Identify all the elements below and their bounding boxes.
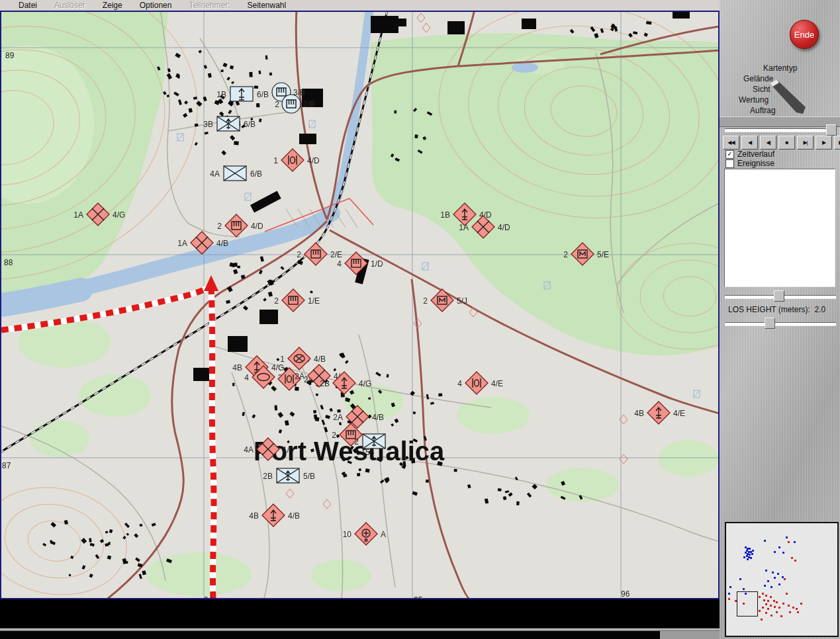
menu-zeige[interactable]: Zeige [103,1,122,10]
svg-text:6/B: 6/B [244,120,256,129]
checkbox-zeitverlauf[interactable]: ✓ Zeitverlauf [725,149,774,159]
svg-text:94: 94 [204,595,213,598]
option-kartentyp[interactable]: Kartentyp [763,64,797,73]
minimap-red-dot [761,618,763,620]
minimap-red-dot [762,593,764,595]
option-wertung[interactable]: Wertung [739,95,769,105]
svg-text:5/E: 5/E [597,250,609,259]
minimap-blue-dot [750,557,752,559]
checkbox-box-ereignisse[interactable] [725,159,734,168]
minimap-viewport-rect[interactable] [737,591,758,617]
bottom-bar-black [0,631,660,639]
svg-text:4/B: 4/B [372,413,384,422]
status-bar-black [0,599,720,628]
svg-text:5/J: 5/J [457,296,467,306]
checkbox-label: Ereignisse [737,159,774,168]
svg-text:4B: 4B [249,511,259,521]
svg-text:2A: 2A [333,413,343,422]
minimap-red-dot [762,607,764,609]
minimap-blue-dot [743,588,745,590]
minimap-red-dot [770,605,772,607]
vcr-button-4[interactable]: ▶| [797,136,814,149]
message-panel [724,169,835,287]
los-height-label: LOS HEIGHT (meters): 2.0 [728,305,825,314]
svg-text:4/E: 4/E [673,409,685,418]
minimap-red-dot [796,608,798,610]
time-slider-track[interactable] [725,128,836,132]
minimap-blue-dot [749,548,751,550]
svg-text:1B: 1B [216,90,226,99]
svg-text:2: 2 [274,296,279,306]
svg-text:87: 87 [2,461,11,470]
svg-text:4/G: 4/G [359,379,371,388]
minimap-red-dot [786,593,788,595]
minimap-blue-dot [794,541,796,543]
minimap-blue-dot [778,546,780,548]
vcr-button-6[interactable]: ▶▶ [834,136,840,149]
svg-text:2B: 2B [320,379,330,388]
svg-text:4/G: 4/G [271,363,284,372]
svg-text:1/E: 1/E [308,296,320,306]
svg-text:4/G: 4/G [113,210,125,220]
minimap-red-dot [765,595,767,597]
minimap[interactable] [725,522,839,637]
minimap-blue-dot [765,570,767,572]
checkbox-box-zeitverlauf[interactable]: ✓ [725,150,734,159]
los-slider-handle[interactable] [765,318,775,329]
svg-text:4/D: 4/D [307,156,320,165]
svg-text:15: 15 [361,448,371,457]
menu-optionen[interactable]: Optionen [140,1,172,10]
checkbox-ereignisse[interactable]: Ereignisse [725,159,774,168]
minimap-blue-dot [770,586,772,588]
minimap-red-dot [763,599,765,601]
pen-pointer-icon [767,78,808,115]
menu-bar: Datei Auslöser Zeige Optionen Teilnehmer… [0,0,737,11]
minimap-red-dot [776,611,778,613]
minimap-blue-dot [751,553,753,555]
menu-seitenwahl[interactable]: Seitenwahl [247,1,286,10]
svg-text:6/B: 6/B [257,90,269,99]
time-slider-handle[interactable] [826,124,837,136]
vcr-button-0[interactable]: ◀◀ [723,136,739,149]
menu-teilnehmer[interactable]: Teilnehmer: [189,1,230,10]
svg-text:89: 89 [5,51,15,60]
minimap-blue-dot [767,580,769,582]
svg-text:4: 4 [244,373,249,382]
svg-text:95: 95 [414,595,423,598]
vcr-button-2[interactable]: ◀| [760,136,776,149]
menu-datei[interactable]: Datei [19,1,37,10]
svg-text:1/: 1/ [283,445,290,454]
svg-text:2/B: 2/B [303,100,315,109]
application-window: Datei Auslöser Zeige Optionen Teilnehmer… [0,0,840,639]
svg-text:4A: 4A [244,445,254,454]
minimap-red-dot [792,607,794,609]
minimap-blue-dot [786,536,788,538]
tactical-map[interactable]: 898887949596Port Westfalica1A4/G1A4/B24/… [1,12,718,598]
svg-text:3B: 3B [203,120,213,129]
svg-text:2: 2 [354,437,359,447]
minimap-red-dot [794,560,796,562]
minimap-blue-dot [764,540,766,542]
map-viewport[interactable]: 898887949596Port Westfalica1A4/G1A4/B24/… [0,11,720,599]
svg-text:1A: 1A [177,239,187,248]
minimap-red-dot [759,596,761,598]
svg-text:2B: 2B [263,472,273,481]
vcr-button-5[interactable]: ▶ [816,136,832,149]
svg-text:6/B: 6/B [250,169,262,179]
minimap-blue-dot [729,586,731,588]
vcr-button-3[interactable]: ■ [778,136,795,149]
los-slider-track[interactable] [725,322,836,326]
svg-text:1A: 1A [459,223,469,232]
svg-text:1: 1 [273,156,278,165]
end-button[interactable]: Ende [790,20,819,49]
vcr-button-1[interactable]: ◀ [741,136,758,149]
minimap-red-dot [797,611,799,613]
svg-text:4A: 4A [210,169,220,179]
svg-text:10: 10 [343,530,352,539]
slider-upper-handle[interactable] [774,290,784,302]
minimap-blue-dot [752,550,754,552]
minimap-blue-dot [747,558,749,560]
menu-ausloeser[interactable]: Auslöser [54,1,85,10]
svg-text:4/B: 4/B [288,511,300,521]
minimap-red-dot [780,615,782,617]
